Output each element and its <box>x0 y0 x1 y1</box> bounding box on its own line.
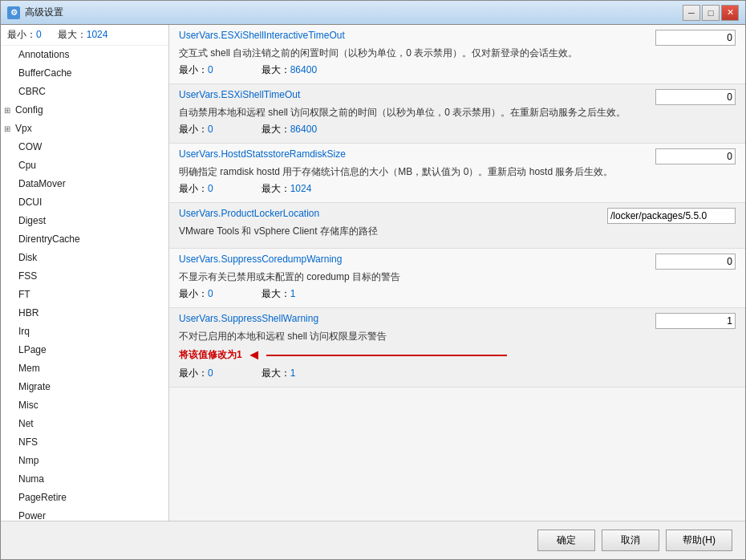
sidebar-item-ft[interactable]: FT <box>1 286 168 304</box>
expand-icon <box>7 288 18 302</box>
sidebar-item-hbr[interactable]: HBR <box>1 304 168 323</box>
help-button[interactable]: 帮助(H) <box>666 530 732 551</box>
setting-desc-3: VMware Tools 和 vSphere Client 存储库的路径 <box>179 224 736 238</box>
setting-name-1[interactable]: UserVars.ESXiShellTimeOut <box>179 89 300 100</box>
sidebar-item-migrate[interactable]: Migrate <box>1 378 168 396</box>
setting-input-area-1 <box>655 89 736 105</box>
setting-name-3[interactable]: UserVars.ProductLockerLocation <box>179 208 319 219</box>
sidebar-item-direntrycache[interactable]: DirentryCache <box>1 230 168 249</box>
sidebar-item-fss[interactable]: FSS <box>1 267 168 286</box>
max-range-1: 最大：86400 <box>262 123 317 136</box>
setting-input-0[interactable] <box>655 30 736 46</box>
highlight-row-5: 将该值修改为1◄ <box>179 347 736 363</box>
window-title: 高级设置 <box>25 6 63 19</box>
sidebar-item-disk[interactable]: Disk <box>1 249 168 267</box>
max-val-2: 1024 <box>290 183 312 194</box>
setting-block-4: UserVars.SuppressCoredumpWarning不显示有关已禁用… <box>169 249 745 308</box>
expand-icon <box>7 214 18 229</box>
maximize-button[interactable]: □ <box>702 5 720 21</box>
setting-header-0: UserVars.ESXiShellInteractiveTimeOut <box>179 30 736 46</box>
top-min-val: 0 <box>36 29 42 40</box>
setting-input-3[interactable] <box>607 208 736 224</box>
highlight-note-5: 将该值修改为1 <box>179 348 242 362</box>
setting-block-5: UserVars.SuppressShellWarning不对已启用的本地和远程… <box>169 308 745 388</box>
setting-desc-0: 交互式 shell 自动注销之前的闲置时间（以秒为单位，0 表示禁用）。仅对新登… <box>179 46 736 60</box>
sidebar-item-cow[interactable]: COW <box>1 138 168 156</box>
sidebar-item-nmp[interactable]: Nmp <box>1 452 168 470</box>
sidebar-item-config[interactable]: ⊞Config <box>1 101 168 120</box>
sidebar-item-buffercache[interactable]: BufferCache <box>1 64 168 83</box>
max-val-4: 1 <box>290 288 296 299</box>
sidebar-item-cbrc[interactable]: CBRC <box>1 83 168 101</box>
top-range-hint: 最小：0 最大：1024 <box>1 25 168 46</box>
setting-header-2: UserVars.HostdStatsstoreRamdiskSize <box>179 148 736 164</box>
setting-header-1: UserVars.ESXiShellTimeOut <box>179 89 736 105</box>
setting-name-4[interactable]: UserVars.SuppressCoredumpWarning <box>179 254 342 265</box>
expand-icon: ⊞ <box>4 103 15 118</box>
setting-input-5[interactable] <box>655 313 736 329</box>
max-val-5: 1 <box>290 367 296 379</box>
expand-icon <box>7 67 18 81</box>
top-min-label: 最小： <box>7 29 36 40</box>
sidebar-item-digest[interactable]: Digest <box>1 212 168 230</box>
expand-icon <box>7 159 18 173</box>
setting-name-0[interactable]: UserVars.ESXiShellInteractiveTimeOut <box>179 30 345 41</box>
sidebar-item-dcui[interactable]: DCUI <box>1 193 168 212</box>
settings-container: UserVars.ESXiShellInteractiveTimeOut交互式 … <box>169 25 745 388</box>
setting-input-2[interactable] <box>655 148 736 164</box>
max-range-4: 最大：1 <box>262 287 296 301</box>
range-row-2: 最小：0最大：1024 <box>179 182 736 196</box>
setting-input-area-0 <box>655 30 736 46</box>
sidebar-item-lpage[interactable]: LPage <box>1 341 168 359</box>
setting-header-3: UserVars.ProductLockerLocation <box>179 208 736 224</box>
range-row-5: 最小：0最大：1 <box>179 367 736 380</box>
expand-icon <box>7 343 18 358</box>
sidebar-item-misc[interactable]: Misc <box>1 396 168 415</box>
setting-input-area-5 <box>655 313 736 329</box>
sidebar-item-numa[interactable]: Numa <box>1 470 168 489</box>
sidebar-item-nfs[interactable]: NFS <box>1 433 168 452</box>
range-row-1: 最小：0最大：86400 <box>179 123 736 136</box>
sidebar-item-mem[interactable]: Mem <box>1 359 168 378</box>
tree-container: Annotations BufferCache CBRC⊞Config⊞Vpx … <box>1 46 168 521</box>
expand-icon <box>7 196 18 210</box>
setting-name-5[interactable]: UserVars.SuppressShellWarning <box>179 313 318 324</box>
sidebar-item-datamover[interactable]: DataMover <box>1 175 168 193</box>
sidebar-item-net[interactable]: Net <box>1 415 168 433</box>
range-row-0: 最小：0最大：86400 <box>179 63 736 77</box>
min-range-1: 最小：0 <box>179 123 213 136</box>
sidebar-item-power[interactable]: Power <box>1 507 168 521</box>
sidebar-item-cpu[interactable]: Cpu <box>1 156 168 175</box>
content-area: 最小：0 最大：1024 Annotations BufferCache CBR… <box>1 25 745 521</box>
expand-icon <box>7 509 18 521</box>
title-controls: ─ □ ✕ <box>683 5 739 21</box>
expand-icon <box>7 491 18 505</box>
sidebar-item-irq[interactable]: Irq <box>1 323 168 341</box>
right-panel: UserVars.ESXiShellInteractiveTimeOut交互式 … <box>169 25 745 521</box>
sidebar-item-pageretire[interactable]: PageRetire <box>1 489 168 507</box>
expand-icon <box>7 85 18 99</box>
expand-icon <box>7 251 18 266</box>
top-max-val: 1024 <box>87 29 108 40</box>
setting-name-2[interactable]: UserVars.HostdStatsstoreRamdiskSize <box>179 148 346 160</box>
arrow-line-5 <box>266 355 507 356</box>
sidebar-item-vpx[interactable]: ⊞Vpx <box>1 120 168 138</box>
cancel-button[interactable]: 取消 <box>602 530 659 551</box>
setting-desc-5: 不对已启用的本地和远程 shell 访问权限显示警告 <box>179 329 736 343</box>
ok-button[interactable]: 确定 <box>537 530 595 551</box>
max-range-0: 最大：86400 <box>262 63 317 77</box>
setting-input-4[interactable] <box>655 254 736 270</box>
sidebar-item-annotations[interactable]: Annotations <box>1 46 168 64</box>
minimize-button[interactable]: ─ <box>683 5 700 21</box>
max-val-1: 86400 <box>290 124 317 135</box>
expand-icon <box>7 399 18 413</box>
setting-block-2: UserVars.HostdStatsstoreRamdiskSize明确指定 … <box>169 144 745 203</box>
setting-input-1[interactable] <box>655 89 736 105</box>
expand-icon <box>7 454 18 469</box>
close-button[interactable]: ✕ <box>721 5 739 21</box>
title-bar-left: ⚙ 高级设置 <box>7 6 63 19</box>
expand-icon <box>7 140 18 155</box>
min-val-1: 0 <box>208 124 213 135</box>
expand-icon <box>7 362 18 376</box>
min-range-0: 最小：0 <box>179 63 213 77</box>
